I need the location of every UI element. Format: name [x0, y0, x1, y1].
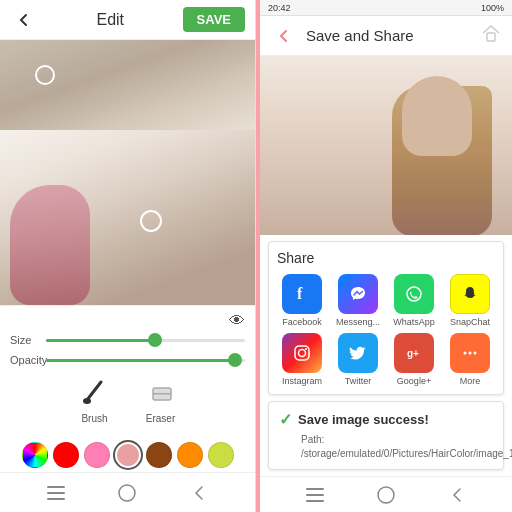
right-panel-title: Save and Share [306, 27, 472, 44]
brush-tool[interactable]: Brush [77, 374, 113, 424]
right-menu-icon[interactable] [305, 485, 325, 505]
color-swatch-red[interactable] [53, 442, 79, 468]
svg-rect-18 [306, 494, 324, 496]
share-snapchat[interactable]: SnapChat [445, 274, 495, 327]
svg-point-6 [119, 485, 135, 501]
facebook-label: Facebook [282, 317, 322, 327]
opacity-slider-row: Opacity [10, 354, 245, 366]
snapchat-icon [450, 274, 490, 314]
status-time: 20:42 [268, 3, 291, 13]
size-slider[interactable] [46, 339, 245, 342]
whatsapp-icon [394, 274, 434, 314]
svg-rect-10 [295, 346, 309, 360]
share-facebook[interactable]: f Facebook [277, 274, 327, 327]
svg-point-11 [299, 350, 306, 357]
left-panel: Edit SAVE 👁 Size Opacity [0, 0, 256, 512]
svg-rect-19 [306, 500, 324, 502]
person-silhouette [260, 56, 512, 235]
svg-rect-17 [306, 488, 324, 490]
share-more[interactable]: More [445, 333, 495, 386]
share-messenger[interactable]: Messeng... [333, 274, 383, 327]
brush-label: Brush [81, 413, 107, 424]
share-instagram[interactable]: Instagram [277, 333, 327, 386]
home-icon[interactable] [480, 22, 502, 49]
right-back-button[interactable] [270, 22, 298, 50]
twitter-icon [338, 333, 378, 373]
eraser-icon [143, 374, 179, 410]
share-googleplus[interactable]: g+ Google+ [389, 333, 439, 386]
brush-icon [77, 374, 113, 410]
person-head [402, 76, 472, 156]
main-image-preview [0, 130, 255, 305]
share-twitter[interactable]: Twitter [333, 333, 383, 386]
eye-icon[interactable]: 👁 [229, 312, 245, 330]
right-image-preview [260, 56, 512, 235]
left-header: Edit SAVE [0, 0, 255, 40]
share-grid: f Facebook Messeng... WhatsApp [277, 274, 495, 386]
edit-title: Edit [38, 11, 183, 29]
tools-row: Brush Eraser [10, 374, 245, 424]
svg-rect-2 [153, 393, 171, 395]
color-swatch-pink[interactable] [84, 442, 110, 468]
eraser-label: Eraser [146, 413, 175, 424]
size-fill [46, 339, 155, 342]
path-value: /storage/emulated/0/Pictures/HairColor/i… [301, 448, 512, 459]
more-icon [450, 333, 490, 373]
opacity-thumb[interactable] [228, 353, 242, 367]
menu-icon[interactable] [46, 483, 66, 503]
rainbow-color-swatch[interactable] [22, 442, 48, 468]
status-bar: 20:42 100% [260, 0, 512, 16]
success-header: ✓ Save image success! [279, 410, 493, 429]
hair-pink-area [10, 185, 90, 305]
right-panel: 20:42 100% Save and Share Share f Facebo… [256, 0, 512, 512]
hair-figure [0, 130, 255, 305]
whatsapp-label: WhatsApp [393, 317, 435, 327]
save-button[interactable]: SAVE [183, 7, 245, 32]
svg-rect-4 [47, 492, 65, 494]
share-whatsapp[interactable]: WhatsApp [389, 274, 439, 327]
home-circle-icon[interactable] [117, 483, 137, 503]
opacity-slider[interactable] [46, 359, 245, 362]
svg-point-16 [474, 352, 477, 355]
messenger-icon [338, 274, 378, 314]
svg-rect-7 [487, 33, 495, 41]
eye-icon-row: 👁 [10, 312, 245, 330]
snapchat-label: SnapChat [450, 317, 490, 327]
path-label: Path: [301, 434, 324, 445]
success-path: Path: /storage/emulated/0/Pictures/HairC… [301, 433, 493, 461]
googleplus-label: Google+ [397, 376, 431, 386]
svg-rect-5 [47, 498, 65, 500]
instagram-label: Instagram [282, 376, 322, 386]
color-swatch-lime[interactable] [208, 442, 234, 468]
svg-point-12 [305, 348, 307, 350]
instagram-icon [282, 333, 322, 373]
tools-section: 👁 Size Opacity [0, 305, 255, 438]
brush-indicator-2 [140, 210, 162, 232]
svg-point-20 [378, 487, 394, 503]
status-battery: 100% [481, 3, 504, 13]
success-title: Save image success! [298, 412, 429, 427]
svg-point-15 [469, 352, 472, 355]
svg-point-9 [407, 287, 421, 301]
color-swatch-peach[interactable] [115, 442, 141, 468]
check-icon: ✓ [279, 410, 292, 429]
share-section: Share f Facebook Messeng... WhatsApp [268, 241, 504, 395]
size-thumb[interactable] [148, 333, 162, 347]
size-slider-row: Size [10, 334, 245, 346]
messenger-label: Messeng... [336, 317, 380, 327]
left-bottom-nav [0, 472, 255, 512]
eraser-tool[interactable]: Eraser [143, 374, 179, 424]
opacity-label: Opacity [10, 354, 40, 366]
color-swatch-orange[interactable] [177, 442, 203, 468]
right-home-circle-icon[interactable] [376, 485, 396, 505]
svg-rect-3 [47, 486, 65, 488]
back-button[interactable] [10, 6, 38, 34]
size-label: Size [10, 334, 40, 346]
right-back-nav-icon[interactable] [447, 485, 467, 505]
share-title: Share [277, 250, 495, 266]
svg-point-0 [83, 398, 91, 404]
twitter-label: Twitter [345, 376, 372, 386]
color-swatch-brown[interactable] [146, 442, 172, 468]
opacity-fill [46, 359, 235, 362]
back-nav-icon[interactable] [189, 483, 209, 503]
